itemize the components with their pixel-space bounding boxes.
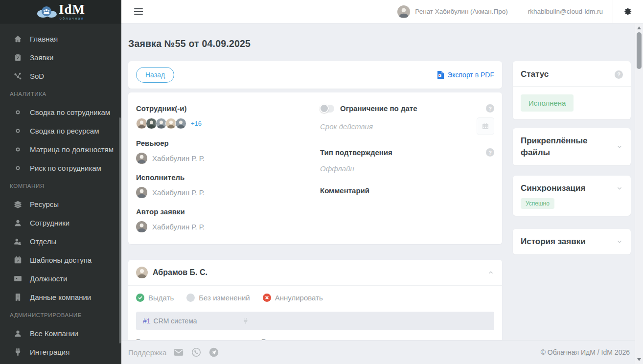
back-button[interactable]: Назад [136, 67, 174, 83]
attached-files-title: Прикреплённые файлы [521, 135, 594, 159]
sidebar-item-label: Сводка по ресурсам [30, 127, 99, 135]
dot-icon [13, 110, 23, 114]
collapse-button[interactable] [487, 269, 494, 276]
confirm-type-value: Оффлайн [320, 164, 354, 173]
whatsapp-icon[interactable] [191, 347, 202, 358]
sidebar-item-label: Все Компании [30, 329, 78, 338]
sidebar-item-employee-summary[interactable]: Сводка по сотрудникам [0, 103, 121, 121]
author-name: Хабибулин Р. Р. [152, 223, 205, 231]
date-field-placeholder[interactable]: Срок действия [320, 122, 373, 131]
expand-button[interactable] [616, 185, 623, 192]
comment-label: Комментарий [320, 186, 369, 195]
sidebar-item-resources[interactable]: Ресурсы [0, 195, 121, 213]
status-title: Статус [521, 68, 549, 80]
email-icon[interactable] [173, 347, 184, 358]
telegram-icon[interactable] [208, 347, 219, 358]
legend-cancel[interactable]: Аннулировать [263, 294, 323, 302]
sidebar-item-departments[interactable]: Отделы [0, 232, 121, 250]
employees-avatar-group: +16 [136, 118, 312, 129]
executor-name: Хабибулин Р. Р. [152, 188, 205, 197]
sidebar-item-label: SoD [30, 72, 44, 80]
avatar [136, 267, 148, 278]
dot-icon [13, 147, 23, 152]
help-icon[interactable]: ? [486, 148, 494, 157]
author-label: Автор заявки [136, 207, 312, 216]
topbar: Ренат Хабибулин (Акман.Про) rkhabibulin@… [121, 0, 643, 23]
integration-icon [13, 348, 23, 356]
sidebar-item-label: Сотрудники [30, 219, 69, 227]
legend-no-change[interactable]: Без изменений [186, 294, 250, 302]
sidebar-item-employees[interactable]: Сотрудники [0, 213, 121, 232]
calendar-button[interactable] [477, 117, 494, 135]
sidebar-section-administration: АДМИНИСТРИРОВАНИЕ [0, 306, 121, 324]
expand-button[interactable] [616, 238, 623, 245]
sidebar-section-analytics: АНАЛИТИКА [0, 85, 121, 103]
app-logo[interactable]: IdM облачная [36, 3, 85, 20]
dot-icon [13, 129, 23, 133]
legend-no-change-label: Без изменений [199, 294, 250, 302]
status-badge: Исполнена [521, 94, 574, 112]
hamburger-menu-icon[interactable] [134, 7, 143, 17]
chevron-down-icon [616, 143, 623, 150]
legend-approve[interactable]: Выдать [136, 294, 174, 302]
sidebar-item-sod[interactable]: SoD [0, 67, 121, 85]
resources-icon [13, 200, 23, 208]
request-form-card: Сотрудник(-и) +16 Ревьюер Хаби [128, 92, 502, 244]
sidebar-item-label: Шаблоны доступа [30, 256, 92, 264]
date-limit-toggle[interactable] [320, 105, 334, 113]
attached-files-card[interactable]: Прикреплённые файлы [513, 128, 631, 165]
chevron-down-icon [616, 185, 623, 192]
sidebar-item-requests[interactable]: Заявки [0, 48, 121, 67]
legend-cancel-label: Аннулировать [275, 294, 323, 302]
scrollbar-thumb[interactable] [637, 32, 642, 69]
request-history-card[interactable]: История заявки [513, 229, 631, 254]
requests-icon [13, 53, 23, 62]
sidebar-item-employee-risk[interactable]: Риск по сотрудникам [0, 159, 121, 177]
sidebar-item-label: Заявки [30, 53, 53, 62]
avatar [136, 221, 147, 232]
legend-approve-label: Выдать [148, 294, 174, 302]
cloud-logo-icon [36, 4, 58, 19]
date-limit-label: Ограничение по дате [340, 104, 417, 113]
check-circle-icon [136, 294, 144, 302]
help-icon[interactable]: ? [615, 70, 623, 79]
reviewer-label: Ревьюер [136, 139, 312, 147]
resource-header[interactable]: #1 CRM система [136, 312, 494, 330]
confirm-type-label: Тип подтверждения [320, 148, 392, 157]
scroll-up-arrow-icon[interactable] [637, 26, 641, 29]
sidebar-item-position-matrix[interactable]: Матрица по должностям [0, 140, 121, 159]
footer: Поддержка © Облачная ИдМ / IdM 2026 [121, 340, 635, 364]
sod-icon [13, 72, 23, 80]
sidebar-item-access-templates[interactable]: Шаблоны доступа [0, 250, 121, 269]
sidebar-item-label: Отделы [30, 237, 56, 246]
logo-subtitle: облачная [60, 17, 85, 20]
employees-label: Сотрудник(-и) [136, 104, 312, 113]
sidebar-item-label: Ресурсы [30, 200, 59, 208]
employees-more-link[interactable]: +16 [191, 120, 202, 127]
topbar-user-email[interactable]: rkhabibulin@cloud-idm.ru [518, 0, 613, 23]
synchronization-card[interactable]: Синхронизация Успешно [513, 176, 631, 216]
home-icon [13, 35, 23, 43]
sidebar-scrollbar[interactable] [119, 117, 121, 343]
scroll-down-arrow-icon[interactable] [637, 358, 641, 361]
sidebar-item-all-companies[interactable]: Все Компании [0, 324, 121, 342]
sidebar-item-resource-summary[interactable]: Сводка по ресурсам [0, 121, 121, 140]
topbar-user[interactable]: Ренат Хабибулин (Акман.Про) [388, 0, 517, 23]
sidebar-item-integration[interactable]: Интеграция [0, 342, 121, 361]
sidebar-item-positions[interactable]: Должности [0, 269, 121, 288]
sidebar-item-company-data[interactable]: Данные компании [0, 288, 121, 306]
toolbar-card: Назад Экспорт в PDF [128, 61, 502, 89]
circle-icon [186, 294, 195, 302]
avatar [136, 153, 147, 164]
vertical-scrollbar[interactable] [635, 23, 643, 364]
settings-button[interactable] [613, 0, 643, 23]
avatar [397, 5, 410, 18]
help-icon[interactable]: ? [486, 104, 494, 113]
expand-button[interactable] [616, 143, 623, 150]
sidebar-item-home[interactable]: Главная [0, 29, 121, 48]
reviewer-name: Хабибулин Р. Р. [152, 154, 205, 162]
decision-legend: Выдать Без изменений Аннулировать [128, 286, 502, 312]
executor-label: Исполнитель [136, 173, 312, 182]
avatar [136, 187, 147, 198]
export-pdf-button[interactable]: Экспорт в PDF [437, 71, 494, 79]
